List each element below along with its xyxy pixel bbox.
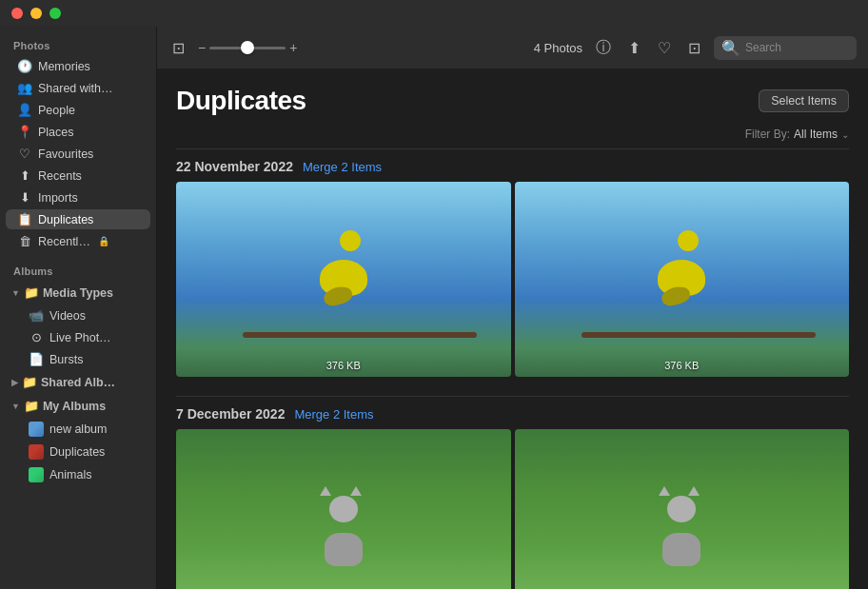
sidebar-item-imports[interactable]: ⬇ Imports [6, 187, 150, 207]
maximize-button[interactable] [49, 8, 61, 19]
sidebar-item-live-photos[interactable]: ⊙ Live Phot… [6, 327, 150, 347]
sidebar-item-duplicates-album-label: Duplicates [49, 445, 105, 459]
shared-albums-icon: 📁 [22, 375, 37, 389]
photo-count: 4 Photos [534, 41, 582, 55]
new-album-thumb [29, 422, 44, 437]
photo-item-1-2[interactable]: 376 KB [515, 182, 850, 377]
zoom-slider[interactable] [209, 47, 286, 49]
cat-photo-2 [515, 429, 850, 589]
sidebar-item-shared-label: Shared with… [38, 82, 113, 95]
cat-head-1 [329, 496, 358, 522]
bird-photo-2 [515, 182, 850, 377]
zoom-in-icon[interactable]: + [289, 40, 297, 55]
minimize-button[interactable] [30, 8, 42, 19]
zoom-out-icon[interactable]: − [198, 40, 206, 55]
app-window: Photos 🕐 Memories 👥 Shared with… 👤 Peopl… [0, 27, 868, 589]
my-albums-icon: 📁 [24, 399, 39, 413]
shared-icon: 👥 [17, 81, 32, 95]
sidebar-item-animals[interactable]: Animals [6, 464, 150, 485]
bird-head-2 [678, 230, 699, 251]
photo-item-2-2[interactable]: 544 KB [515, 429, 850, 589]
sidebar-item-memories[interactable]: 🕐 Memories [6, 56, 150, 76]
content-inner: 22 November 2022 Merge 2 Items 376 KB [157, 148, 868, 589]
shared-albums-toggle[interactable]: ▶ 📁 Shared Alb… [4, 372, 152, 392]
sidebar-item-people[interactable]: 👤 People [6, 100, 150, 120]
filter-label: Filter By: [745, 128, 790, 141]
photo-size-badge-1-2: 376 KB [515, 360, 850, 371]
sidebar-item-duplicates-album[interactable]: Duplicates [6, 442, 150, 462]
select-items-button[interactable]: Select Items [759, 89, 849, 112]
close-button[interactable] [11, 8, 23, 19]
chevron-down-icon: ▼ [11, 288, 20, 298]
section-header-2: 7 December 2022 Merge 2 Items [176, 396, 849, 429]
sidebar: Photos 🕐 Memories 👥 Shared with… 👤 Peopl… [0, 27, 157, 589]
photo-grid-2: 544 KB 544 KB [176, 429, 849, 589]
toolbar: ⊡ − + 4 Photos ⓘ ⬆ ♡ ⊡ 🔍 [157, 27, 868, 69]
favourites-icon: ♡ [17, 147, 32, 161]
sidebar-item-bursts[interactable]: 📄 Bursts [6, 349, 150, 369]
recents-icon: ⬆ [17, 168, 32, 183]
imports-icon: ⬇ [17, 190, 32, 205]
filter-chevron-icon[interactable]: ⌄ [841, 129, 849, 140]
merge-button-2[interactable]: Merge 2 Items [294, 407, 373, 422]
search-input[interactable] [745, 41, 849, 54]
cat-body-2 [662, 533, 700, 566]
branch-line-2 [582, 332, 816, 338]
cat-ear-right-1 [350, 486, 362, 496]
sidebar-item-favourites-label: Favourites [38, 147, 93, 161]
share-button[interactable]: ⬆ [624, 35, 644, 61]
photo-item-1-1[interactable]: 376 KB [176, 182, 511, 377]
animals-album-thumb [29, 467, 44, 482]
my-albums-toggle[interactable]: ▼ 📁 My Albums [4, 396, 152, 416]
zoom-slider-container: − + [198, 40, 297, 55]
section-date-1: 22 November 2022 [176, 159, 293, 174]
duplicates-icon: 📋 [17, 212, 32, 226]
merge-button-1[interactable]: Merge 2 Items [303, 160, 382, 174]
photo-item-2-1[interactable]: 544 KB [176, 429, 511, 589]
chevron-down-icon-2: ▼ [11, 402, 20, 411]
shared-albums-label: Shared Alb… [41, 376, 115, 389]
cat-ear-left-2 [659, 486, 670, 496]
photo-size-badge-1-1: 376 KB [176, 360, 511, 371]
sidebar-item-memories-label: Memories [38, 60, 90, 73]
info-button[interactable]: ⓘ [592, 34, 615, 62]
page-title: Duplicates [176, 86, 849, 116]
search-box[interactable]: 🔍 [714, 36, 857, 60]
photo-grid-1: 376 KB 376 KB [176, 182, 849, 377]
sidebar-item-people-label: People [38, 104, 75, 117]
media-types-label: Media Types [43, 286, 113, 300]
section-header-1: 22 November 2022 Merge 2 Items [176, 148, 849, 182]
photo-section-2: 7 December 2022 Merge 2 Items 544 KB [176, 396, 849, 589]
media-types-toggle[interactable]: ▼ 📁 Media Types [4, 283, 152, 303]
cat-head-2 [667, 496, 696, 522]
sidebar-item-recents[interactable]: ⬆ Recents [6, 166, 150, 186]
sidebar-item-imports-label: Imports [38, 191, 78, 205]
sidebar-item-new-album-label: new album [49, 422, 107, 436]
sidebar-item-new-album[interactable]: new album [6, 419, 150, 440]
slideshow-button[interactable]: ⊡ [168, 35, 188, 61]
sidebar-item-shared[interactable]: 👥 Shared with… [6, 78, 150, 98]
content-area: ⊡ − + 4 Photos ⓘ ⬆ ♡ ⊡ 🔍 Duplicates Sele… [157, 27, 868, 589]
cat-body-1 [325, 533, 363, 566]
favourite-button[interactable]: ♡ [654, 35, 675, 61]
sidebar-item-animals-label: Animals [49, 468, 91, 481]
cat-ear-left-1 [320, 486, 331, 496]
sidebar-item-places[interactable]: 📍 Places [6, 122, 150, 142]
photos-section-label: Photos [0, 34, 156, 55]
sidebar-item-videos[interactable]: 📹 Videos [6, 305, 150, 325]
bird-photo-1 [176, 182, 511, 377]
sidebar-item-recently-deleted[interactable]: 🗑 Recentl… 🔒 [6, 231, 150, 251]
sidebar-item-duplicates[interactable]: 📋 Duplicates [6, 209, 150, 229]
sidebar-item-videos-label: Videos [49, 309, 86, 323]
bursts-icon: 📄 [29, 352, 44, 366]
sidebar-item-favourites[interactable]: ♡ Favourites [6, 144, 150, 164]
sidebar-item-recents-label: Recents [38, 169, 82, 183]
chevron-right-icon: ▶ [11, 378, 18, 387]
filter-value: All Items [794, 128, 838, 141]
branch-line-1 [243, 332, 477, 338]
duplicates-album-thumb [29, 444, 44, 460]
live-photos-icon: ⊙ [29, 330, 44, 344]
videos-icon: 📹 [29, 308, 44, 323]
sidebar-item-live-photos-label: Live Phot… [49, 331, 111, 344]
rotate-button[interactable]: ⊡ [684, 35, 704, 61]
